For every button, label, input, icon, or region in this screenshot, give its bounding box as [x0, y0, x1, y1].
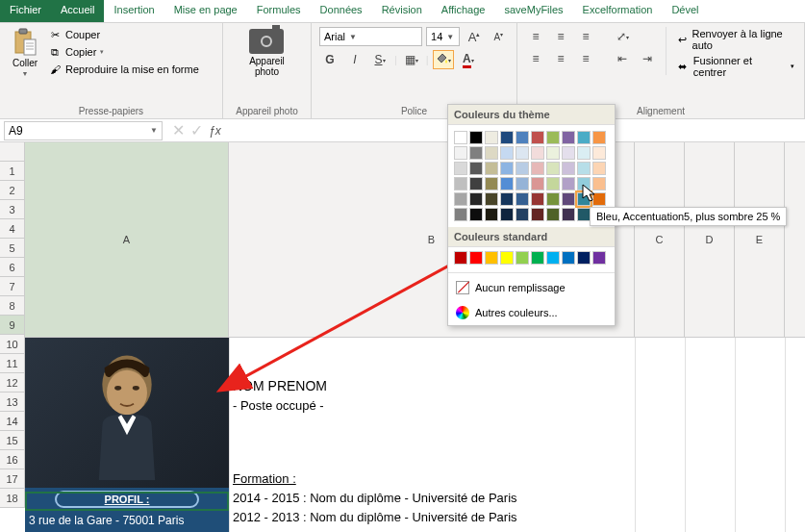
row-header[interactable]: 17 [0, 469, 24, 489]
row-header[interactable]: 1 [0, 162, 24, 181]
color-swatch[interactable] [485, 251, 498, 265]
tab-donnees[interactable]: Données [311, 0, 372, 22]
color-swatch[interactable] [469, 131, 483, 144]
align-top-button[interactable]: ≡ [525, 27, 546, 46]
color-swatch[interactable] [500, 146, 514, 160]
color-swatch[interactable] [500, 208, 514, 221]
orientation-button[interactable]: ⤢▾ [612, 27, 633, 46]
color-swatch[interactable] [454, 146, 467, 160]
align-middle-button[interactable]: ≡ [550, 27, 571, 46]
row-header[interactable]: 6 [0, 258, 24, 277]
color-swatch[interactable] [592, 131, 606, 144]
color-swatch[interactable] [454, 177, 467, 190]
bold-button[interactable]: G [319, 50, 340, 69]
color-swatch[interactable] [454, 208, 467, 221]
fill-color-button[interactable]: ▾ [433, 50, 454, 69]
color-swatch[interactable] [516, 146, 529, 160]
color-swatch[interactable] [592, 162, 606, 175]
row-header[interactable]: 5 [0, 239, 24, 258]
color-swatch[interactable] [546, 146, 560, 160]
borders-button[interactable]: ▦▾ [401, 50, 422, 69]
align-bottom-button[interactable]: ≡ [575, 27, 596, 46]
tab-savemyfiles[interactable]: saveMyFiles [494, 0, 572, 22]
color-swatch[interactable] [485, 131, 498, 144]
color-swatch[interactable] [577, 251, 591, 265]
row-header[interactable]: 13 [0, 393, 24, 412]
color-swatch[interactable] [531, 162, 544, 175]
color-swatch[interactable] [577, 162, 591, 175]
row-header[interactable]: 2 [0, 181, 24, 200]
more-colors-button[interactable]: Autres couleurs... [448, 300, 615, 325]
color-swatch[interactable] [516, 192, 529, 206]
tab-fichier[interactable]: Fichier [0, 0, 51, 22]
color-swatch[interactable] [546, 251, 560, 265]
color-swatch[interactable] [500, 162, 514, 175]
decrease-font-button[interactable]: A▾ [489, 27, 509, 46]
color-swatch[interactable] [454, 192, 467, 206]
color-swatch[interactable] [546, 208, 560, 221]
column-header[interactable]: C [635, 142, 685, 337]
color-swatch[interactable] [562, 162, 575, 175]
column-header[interactable]: A [25, 142, 229, 337]
color-swatch[interactable] [531, 177, 544, 190]
color-swatch[interactable] [562, 192, 575, 206]
color-swatch[interactable] [546, 177, 560, 190]
align-left-button[interactable]: ≡ [525, 49, 546, 68]
color-swatch[interactable] [577, 208, 591, 221]
color-swatch[interactable] [546, 162, 560, 175]
camera-button[interactable]: Appareil photo [245, 27, 289, 79]
color-swatch[interactable] [500, 131, 514, 144]
color-swatch[interactable] [531, 131, 544, 144]
paste-button[interactable]: Coller ▼ [8, 27, 42, 79]
insert-function-button[interactable]: ƒx [209, 124, 221, 138]
color-swatch[interactable] [454, 251, 467, 265]
color-swatch[interactable] [500, 177, 514, 190]
row-header[interactable]: 4 [0, 219, 24, 239]
color-swatch[interactable] [485, 208, 498, 221]
color-swatch[interactable] [562, 177, 575, 190]
color-swatch[interactable] [592, 146, 606, 160]
cancel-formula-icon[interactable]: ✕ [172, 121, 185, 139]
select-all-corner[interactable] [0, 142, 25, 162]
column-header[interactable]: E [735, 142, 785, 337]
underline-button[interactable]: S▾ [369, 50, 390, 69]
format-painter-button[interactable]: 🖌Reproduire la mise en forme [46, 62, 201, 77]
copy-button[interactable]: ⧉Copier ▾ [46, 44, 201, 60]
decrease-indent-button[interactable]: ⇤ [612, 49, 633, 68]
color-swatch[interactable] [500, 251, 514, 265]
color-swatch[interactable] [577, 131, 591, 144]
row-header[interactable]: 8 [0, 296, 24, 316]
cells-area[interactable]: PROFIL : 3 rue de la Gare - 75001 Paris … [25, 338, 805, 532]
color-swatch[interactable] [531, 146, 544, 160]
color-swatch[interactable] [469, 208, 483, 221]
color-swatch[interactable] [562, 208, 575, 221]
color-swatch[interactable] [516, 177, 529, 190]
tab-formules[interactable]: Formules [247, 0, 311, 22]
color-swatch[interactable] [516, 162, 529, 175]
color-swatch[interactable] [485, 192, 498, 206]
column-header[interactable]: D [685, 142, 735, 337]
row-header[interactable]: 18 [0, 489, 24, 508]
color-swatch[interactable] [546, 192, 560, 206]
color-swatch[interactable] [485, 162, 498, 175]
color-swatch[interactable] [516, 251, 529, 265]
color-swatch[interactable] [469, 192, 483, 206]
color-swatch[interactable] [485, 146, 498, 160]
tab-accueil[interactable]: Accueil [51, 0, 104, 22]
color-swatch[interactable] [485, 177, 498, 190]
font-color-button[interactable]: A▾ [458, 50, 479, 69]
row-header[interactable]: 15 [0, 431, 24, 450]
row-header[interactable]: 12 [0, 373, 24, 393]
row-header[interactable]: 9 [0, 316, 24, 335]
color-swatch[interactable] [592, 251, 606, 265]
color-swatch[interactable] [562, 251, 575, 265]
row-header[interactable]: 7 [0, 277, 24, 296]
row-header[interactable]: 3 [0, 200, 24, 219]
font-name-dropdown[interactable]: Arial▼ [319, 27, 422, 46]
font-size-dropdown[interactable]: 14▼ [426, 27, 460, 46]
align-center-button[interactable]: ≡ [550, 49, 571, 68]
tab-affichage[interactable]: Affichage [432, 0, 495, 22]
no-fill-button[interactable]: Aucun remplissage [448, 275, 615, 300]
color-swatch[interactable] [469, 177, 483, 190]
color-swatch[interactable] [531, 208, 544, 221]
